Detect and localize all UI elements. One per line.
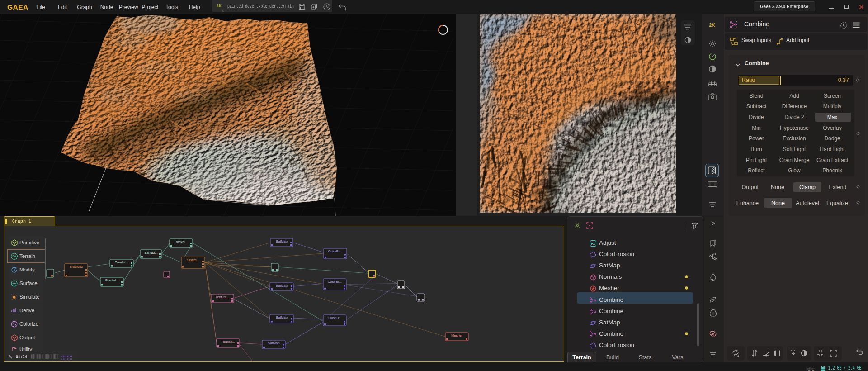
- svg-text:ColorEr...: ColorEr...: [328, 280, 342, 284]
- svg-text:Sedim...: Sedim...: [187, 258, 199, 262]
- svg-text:Sandst...: Sandst...: [144, 251, 158, 255]
- svg-text:RockN...: RockN...: [175, 240, 188, 244]
- svg-text:SatMap: SatMap: [276, 284, 288, 288]
- svg-text:FX: FX: [591, 242, 595, 245]
- svg-text:ColorEr...: ColorEr...: [328, 249, 342, 253]
- svg-text:Sandst...: Sandst...: [115, 260, 128, 264]
- svg-text:SatMap: SatMap: [268, 341, 280, 345]
- svg-text:Erosion2: Erosion2: [70, 265, 83, 269]
- svg-text:SatMap: SatMap: [276, 239, 288, 243]
- svg-text:Texture...: Texture...: [216, 295, 230, 299]
- svg-text:Mesher: Mesher: [451, 333, 463, 338]
- svg-text:RockM...: RockM...: [222, 340, 235, 344]
- svg-text:Fractal...: Fractal...: [105, 278, 118, 282]
- svg-text:ColorEr...: ColorEr...: [328, 316, 342, 320]
- svg-text:SatMap: SatMap: [276, 315, 288, 319]
